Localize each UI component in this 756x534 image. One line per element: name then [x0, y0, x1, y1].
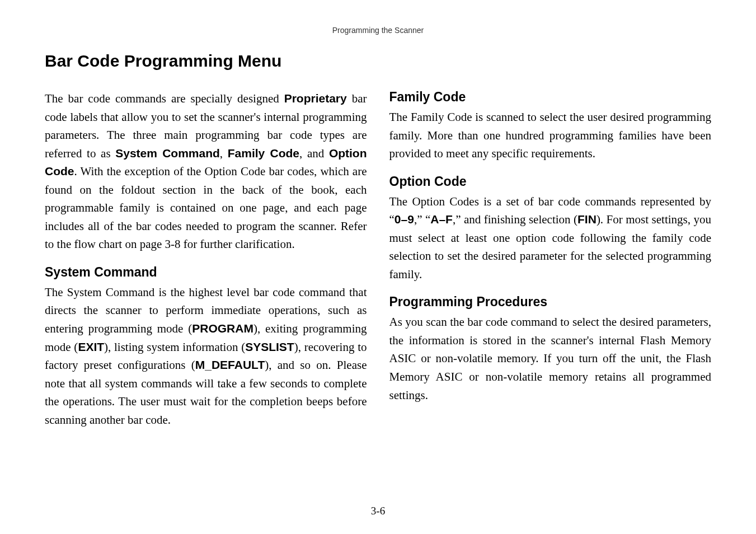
content-columns: The bar code commands are specially desi…: [45, 90, 711, 440]
text-run: ), listing system information (: [104, 340, 245, 354]
family-code-heading: Family Code: [389, 90, 712, 105]
option-code-heading: Option Code: [389, 174, 712, 189]
text-run: ,” “: [414, 213, 430, 226]
bold-term: PROGRAM: [192, 322, 253, 335]
bold-term: A–F: [430, 213, 453, 226]
text-run: , and: [299, 147, 329, 160]
right-column: Family Code The Family Code is scanned t…: [389, 90, 712, 440]
text-run: The bar code commands are specially desi…: [45, 92, 284, 105]
system-command-paragraph: The System Command is the highest level …: [45, 283, 367, 429]
text-run: ,” and finishing selection (: [453, 213, 577, 226]
bold-term: Family Code: [228, 147, 299, 160]
bold-term: 0–9: [395, 213, 414, 226]
bold-term: EXIT: [78, 340, 104, 353]
left-column: The bar code commands are specially desi…: [45, 90, 367, 440]
text-run: ,: [220, 147, 228, 160]
bold-term: Proprietary: [284, 92, 347, 105]
programming-procedures-paragraph: As you scan the bar code command to sele…: [389, 313, 712, 404]
bold-term: FIN: [577, 213, 597, 226]
running-header: Programming the Scanner: [45, 26, 711, 35]
programming-procedures-heading: Programming Procedures: [389, 294, 712, 310]
system-command-heading: System Command: [45, 265, 367, 280]
bold-term: SYSLIST: [245, 340, 294, 353]
family-code-paragraph: The Family Code is scanned to select the…: [389, 108, 712, 163]
text-run: . With the exception of the Option Code …: [45, 165, 367, 251]
option-code-paragraph: The Option Codes is a set of bar code co…: [389, 193, 712, 284]
page-title: Bar Code Programming Menu: [45, 51, 711, 71]
page-number: 3-6: [0, 505, 756, 517]
bold-term: System Command: [115, 147, 220, 160]
bold-term: M_DEFAULT: [195, 358, 265, 371]
intro-paragraph: The bar code commands are specially desi…: [45, 90, 367, 254]
